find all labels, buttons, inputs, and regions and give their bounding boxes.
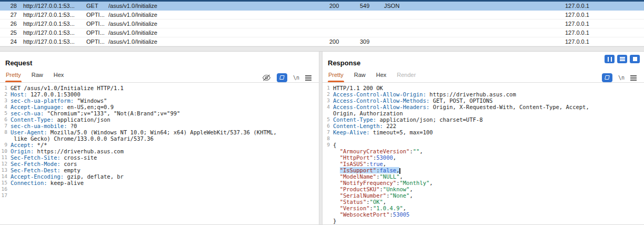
code-line: "NotifyFrequency":"Monthly", (323, 180, 644, 186)
line-number (0, 135, 11, 142)
code-line: "SerialNumber":"None", (323, 192, 644, 199)
code-line: Origin, Authorization (323, 110, 644, 116)
history-row[interactable]: 26http://127.0.0.1:53...OPTI.../asus/v1.… (0, 19, 644, 28)
line-number (323, 161, 333, 167)
line-number: 14 (0, 173, 11, 180)
show-newlines-icon[interactable]: \n (293, 75, 299, 81)
line-number (323, 154, 333, 161)
line-text: Origin: https://driverhub.asus.com (11, 148, 124, 154)
cell-host: http://127.0.0.1:53... (19, 37, 86, 46)
line-number: 10 (0, 148, 11, 154)
code-line: 4Accept-Language: en-US,en;q=0.9 (0, 104, 319, 110)
cell-mime: JSON (384, 2, 415, 10)
line-number: 1 (323, 85, 333, 91)
request-tab-icons: \n (262, 73, 311, 82)
pen-glyph (605, 75, 610, 80)
stop-icon[interactable] (630, 55, 640, 63)
line-text: Sec-Fetch-Mode: cors (11, 161, 77, 167)
code-line: "ModelName":"NULL", (323, 173, 644, 180)
cell-num: 27 (0, 11, 19, 19)
pause-glyph (608, 57, 612, 62)
panel-toolbar (605, 55, 640, 63)
code-line: 9{ (323, 142, 644, 148)
line-text: "IsSupport":false, (333, 167, 400, 173)
tab-hex[interactable]: Hex (376, 69, 387, 82)
response-tab-icons: \n (602, 73, 637, 82)
syntax-highlight-toggle-icon[interactable] (277, 73, 287, 82)
line-number: 16 (0, 186, 11, 192)
line-text: "WebsocketPort":53005 (333, 211, 409, 218)
line-number (323, 186, 333, 192)
tab-raw[interactable]: Raw (31, 69, 44, 82)
code-line: 11Sec-Fetch-Site: cross-site (0, 154, 319, 161)
history-row[interactable]: 24http://127.0.0.1:53...OPTI.../asus/v1.… (0, 37, 644, 46)
line-number: 3 (323, 97, 333, 104)
hamburger-glyph (305, 77, 311, 79)
cell-spacer (415, 37, 565, 46)
stop-glyph (633, 57, 637, 61)
eye-slash-icon[interactable] (262, 74, 271, 81)
vertical-splitter[interactable] (319, 52, 323, 225)
line-text: "SerialNumber":"None", (333, 192, 413, 199)
cell-num: 26 (0, 19, 19, 28)
line-number: 5 (0, 110, 11, 116)
line-number: 12 (0, 161, 11, 167)
line-text: Access-Control-Allow-Headers: Origin, X-… (333, 104, 589, 110)
line-text: User-Agent: Mozilla/5.0 (Windows NT 10.0… (11, 129, 277, 135)
line-text: Sec-Fetch-Dest: empty (11, 167, 80, 173)
cell-host: http://127.0.0.1:53... (19, 19, 86, 28)
line-text: Accept-Language: en-US,en;q=0.9 (11, 104, 114, 110)
request-editor[interactable]: 1GET /asus/v1.0/Initialize HTTP/1.12Host… (0, 83, 319, 225)
code-line: "IsSupport":false, (323, 167, 644, 173)
cell-url: /asus/v1.0/Initialize (108, 11, 329, 19)
cell-mime (384, 11, 415, 19)
cell-mime (384, 28, 415, 37)
line-text: sec-ch-ua-mobile: ?0 (11, 123, 77, 129)
cell-spacer (415, 19, 565, 28)
cell-host: http://127.0.0.1:53... (19, 11, 86, 19)
history-row[interactable]: 27http://127.0.0.1:53...OPTI.../asus/v1.… (0, 11, 644, 19)
pen-glyph (279, 75, 285, 80)
line-text: Sec-Fetch-Site: cross-site (11, 154, 97, 161)
history-row[interactable]: 25http://127.0.0.1:53...OPTI.../asus/v1.… (0, 28, 644, 37)
line-text: Content-Type: application/json; charset=… (333, 116, 482, 123)
line-text: Connection: keep-alive (11, 180, 84, 186)
tab-pretty[interactable]: Pretty (5, 69, 22, 82)
code-line: 5Content-Type: application/json; charset… (323, 116, 644, 123)
tab-raw[interactable]: Raw (354, 69, 366, 82)
history-row[interactable]: 28http://127.0.0.1:53...GET/asus/v1.0/In… (0, 2, 644, 11)
line-text: sec-ch-ua: "Chromium";v="133", "Not(A:Br… (11, 110, 180, 116)
line-text: "Status":"OK", (333, 199, 386, 205)
response-editor[interactable]: 1HTTP/1.1 200 OK2Access-Control-Allow-Or… (323, 83, 644, 225)
cell-url: /asus/v1.0/Initialize (108, 19, 329, 28)
tab-pretty[interactable]: Pretty (328, 69, 344, 82)
editor-menu-icon[interactable] (630, 77, 637, 79)
eye-slash-icon-svg (262, 74, 271, 81)
line-number: 3 (0, 97, 11, 104)
cell-ip: 127.0.0.1 (565, 2, 644, 10)
editor-menu-icon[interactable] (305, 77, 311, 79)
syntax-highlight-toggle-icon[interactable] (602, 73, 612, 82)
line-number: 4 (0, 104, 11, 110)
line-text: "IsASUS":true, (333, 161, 386, 167)
code-line: "WebsocketPort":53005 (323, 211, 644, 218)
response-panel: Response PrettyRawHexRender \n 1HTTP/1.1… (323, 52, 644, 225)
cell-url: /asus/v1.0/Initialize (108, 37, 329, 46)
code-line: 7Keep-Alive: timeout=5, max=100 (323, 129, 644, 135)
code-line: "ProductSKU":"Unknow", (323, 186, 644, 192)
tab-render[interactable]: Render (396, 69, 416, 82)
pause-icon[interactable] (605, 55, 615, 63)
cell-num: 25 (0, 28, 19, 37)
line-number: 1 (0, 85, 11, 91)
code-line: "HttpPort":53000, (323, 154, 644, 161)
line-number: 6 (323, 123, 333, 129)
cell-ip: 127.0.0.1 (565, 37, 644, 46)
list-icon[interactable] (617, 55, 627, 63)
tab-hex[interactable]: Hex (53, 69, 65, 82)
show-newlines-icon[interactable]: \n (618, 75, 625, 81)
line-number (323, 218, 333, 224)
horizontal-splitter[interactable] (0, 46, 644, 52)
line-number: 4 (323, 104, 333, 110)
line-number (323, 148, 333, 154)
cell-host: http://127.0.0.1:53... (19, 2, 86, 10)
